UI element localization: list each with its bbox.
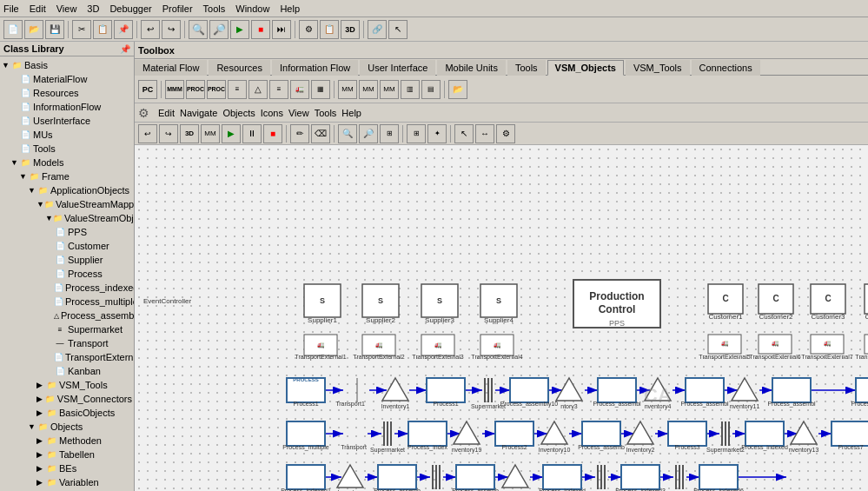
- tree-infoflow[interactable]: 📄 InformationFlow: [2, 100, 132, 114]
- tree-userinterface[interactable]: 📄 UserInterface: [2, 114, 132, 128]
- proc-idx1-box[interactable]: [287, 465, 325, 489]
- diag-btn-grid[interactable]: ⊞: [407, 124, 426, 143]
- more-icon-6[interactable]: ▤: [421, 80, 441, 99]
- settings-button[interactable]: ⚙: [299, 20, 318, 39]
- menu-help[interactable]: Help: [280, 3, 300, 14]
- edit-menu-view[interactable]: View: [288, 108, 309, 118]
- diag-btn-snap[interactable]: ✦: [427, 124, 447, 143]
- transport-icon-tb[interactable]: 🚛: [290, 80, 309, 99]
- edit-menu-edit[interactable]: Edit: [158, 108, 175, 118]
- copy-button[interactable]: 📋: [93, 20, 112, 39]
- inventory1-triangle[interactable]: [382, 378, 408, 401]
- stop-button[interactable]: ■: [251, 20, 270, 39]
- process1b-box[interactable]: [427, 378, 465, 402]
- more-icon-4[interactable]: MM: [380, 80, 399, 99]
- inventory-nv2[interactable]: [541, 421, 567, 444]
- diag-btn-erase[interactable]: ⌫: [311, 124, 330, 143]
- tree-process-indexed[interactable]: 📄 Process_indexed: [2, 281, 132, 295]
- menu-3d[interactable]: 3D: [87, 3, 99, 14]
- customer4-box[interactable]: [865, 284, 868, 314]
- proc-asm4-box[interactable]: [772, 378, 811, 402]
- menu-profiler[interactable]: Profiler: [162, 3, 193, 14]
- select-button[interactable]: ↖: [388, 20, 407, 39]
- open-button[interactable]: 📂: [24, 20, 43, 39]
- proc-idx5-box[interactable]: [699, 465, 738, 489]
- tree-kanban[interactable]: 📄 Kanban: [2, 364, 132, 378]
- inventory-nv11[interactable]: [732, 378, 758, 401]
- save-button[interactable]: 💾: [45, 20, 64, 39]
- inventory16[interactable]: [502, 465, 528, 488]
- transport-ext8-box[interactable]: [865, 335, 868, 354]
- more-icon-1[interactable]: ▦: [311, 80, 330, 99]
- tree-vsmconnectors[interactable]: ▶ 📁 VSM_Connectors: [2, 392, 132, 406]
- tree-models[interactable]: ▼ 📁 Models: [2, 156, 132, 169]
- undo-button[interactable]: ↩: [141, 20, 160, 39]
- diag-btn-2[interactable]: ↪: [159, 124, 178, 143]
- process3-box[interactable]: [668, 421, 706, 446]
- diagram-canvas[interactable]: EventController S Supplier1 S Supplier2 …: [135, 145, 868, 491]
- tree-objects[interactable]: ▼ 📁 Objects: [2, 420, 132, 434]
- edit-menu-icons[interactable]: Icons: [261, 108, 283, 118]
- redo-button[interactable]: ↪: [162, 20, 181, 39]
- diag-btn-settings[interactable]: ⚙: [496, 124, 515, 143]
- edit-menu-navigate[interactable]: Navigate: [180, 108, 217, 118]
- edit-menu-help[interactable]: Help: [341, 108, 361, 118]
- tab-infoflow[interactable]: Information Flow: [272, 60, 358, 76]
- tree-variablen[interactable]: ▶ 📁 Variablen: [2, 475, 132, 489]
- triangle-icon[interactable]: △: [248, 80, 268, 99]
- proc-idx2-box[interactable]: [745, 421, 784, 446]
- tree-basicobjects[interactable]: ▶ 📁 BasicObjects: [2, 406, 132, 420]
- tree-frame[interactable]: ▼ 📁 Frame: [2, 169, 132, 183]
- proc-asm7-box[interactable]: [378, 465, 416, 489]
- proc-asm5-box[interactable]: [856, 378, 868, 402]
- diag-btn-play[interactable]: ▶: [222, 124, 241, 143]
- tree-materialflow[interactable]: 📄 MaterialFlow: [2, 72, 132, 86]
- run-button[interactable]: ▶: [230, 20, 249, 39]
- menu-debugger[interactable]: Debugger: [109, 3, 151, 14]
- diag-btn-stop[interactable]: ■: [263, 124, 282, 143]
- tab-userinterface[interactable]: User Interface: [360, 60, 435, 76]
- tree-mus[interactable]: 📄 MUs: [2, 128, 132, 142]
- menu-view[interactable]: View: [56, 3, 77, 14]
- process7-box[interactable]: [832, 421, 868, 446]
- tree-vsmtools[interactable]: ▶ 📁 VSM_Tools: [2, 378, 132, 392]
- proc-asm6-box[interactable]: [582, 421, 620, 446]
- tree-process-multiple[interactable]: 📄 Process_multiple: [2, 295, 132, 309]
- menu-window[interactable]: Window: [235, 3, 269, 14]
- tree-supplier[interactable]: 📄 Supplier: [2, 253, 132, 267]
- pc-icon[interactable]: PC: [138, 80, 157, 99]
- tree-tools[interactable]: 📄 Tools: [2, 142, 132, 156]
- tree-transport-ext[interactable]: 📄 TransportExternal: [2, 350, 132, 364]
- tab-tools[interactable]: Tools: [507, 60, 546, 76]
- diag-btn-arrow[interactable]: ↖: [454, 124, 474, 143]
- inventory13[interactable]: [791, 421, 817, 444]
- properties-button[interactable]: 📋: [320, 20, 339, 39]
- zoom-in-button[interactable]: 🔍: [189, 20, 208, 39]
- inventory-ntory3[interactable]: [556, 378, 582, 401]
- more-icon-3[interactable]: MM: [359, 80, 378, 99]
- tree-resources[interactable]: 📄 Resources: [2, 86, 132, 100]
- tree-methoden[interactable]: ▶ 📁 Methoden: [2, 434, 132, 448]
- inventory-icon[interactable]: ≡: [228, 80, 247, 99]
- process-icon-1[interactable]: MMM: [165, 80, 184, 99]
- proc-mult-box[interactable]: [287, 421, 325, 446]
- tree-transport[interactable]: — Transport: [2, 336, 132, 350]
- tree-process-assembly[interactable]: △ Process_assembly: [2, 309, 132, 322]
- more-icon-5[interactable]: ▥: [401, 80, 420, 99]
- diag-btn-pencil[interactable]: ✏: [290, 124, 309, 143]
- inventory2[interactable]: [627, 421, 653, 444]
- menu-tools[interactable]: Tools: [203, 3, 226, 14]
- process2-box[interactable]: [495, 421, 533, 446]
- diag-btn-zoom-in[interactable]: 🔍: [338, 124, 357, 143]
- proc-asm2-box[interactable]: [598, 378, 636, 402]
- menu-file[interactable]: File: [3, 3, 19, 14]
- connect-button[interactable]: 🔗: [368, 20, 387, 39]
- process-icon-2[interactable]: PROC: [186, 80, 205, 99]
- tree-vsmobjects[interactable]: ▼ 📁 ValueStreamObjects: [2, 211, 132, 225]
- proc-idx-box[interactable]: [408, 421, 447, 446]
- menu-edit[interactable]: Edit: [30, 3, 46, 14]
- proc-asm3-box[interactable]: [686, 378, 724, 402]
- cut-button[interactable]: ✂: [72, 20, 91, 39]
- 3d-button[interactable]: 3D: [341, 20, 360, 39]
- diag-btn-mm[interactable]: MM: [201, 124, 220, 143]
